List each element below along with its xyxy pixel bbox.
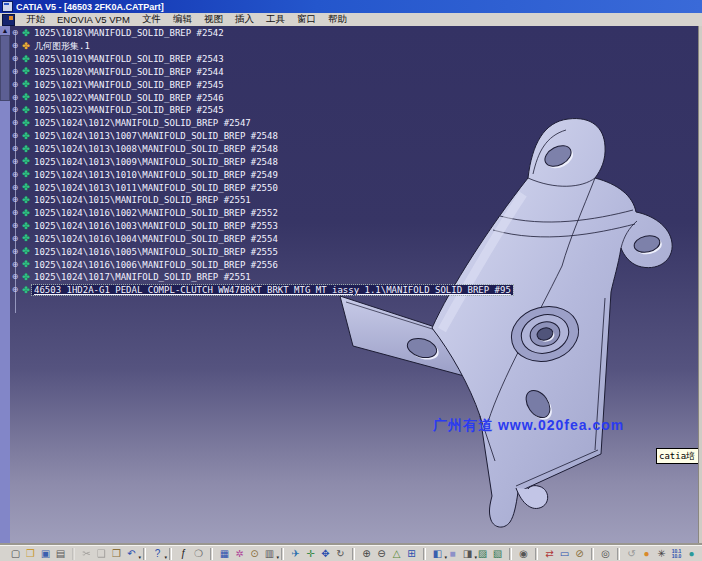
structure-icon[interactable]: ✲ <box>232 547 247 561</box>
apply-material-icon[interactable]: ▨ <box>475 547 490 561</box>
copy-icon[interactable]: ❑ <box>94 547 109 561</box>
tree-node-icon[interactable]: ⊕ <box>10 42 20 50</box>
menu-item[interactable]: 帮助 <box>322 13 353 26</box>
undo-icon[interactable]: ↶ <box>124 547 139 561</box>
menu-item[interactable]: 窗口 <box>291 13 322 26</box>
tree-item[interactable]: ⊕ ✤ 1025\1024\1015\MANIFOLD_SOLID_BREP #… <box>10 194 513 207</box>
menu-item[interactable]: ENOVIA V5 VPM <box>51 14 136 25</box>
fit-all-icon[interactable]: ✛ <box>303 547 318 561</box>
tree-node-icon[interactable]: ⊕ <box>10 222 20 230</box>
tree-node-icon[interactable]: ⊕ <box>10 94 20 102</box>
tool-icon: ▨ <box>478 547 487 561</box>
tree-node-icon[interactable]: ⊕ <box>10 158 20 166</box>
tree-node-icon[interactable]: ⊕ <box>10 132 20 140</box>
tree-item[interactable]: ⊕ ✤ 1025\1024\1013\1008\MANIFOLD_SOLID_B… <box>10 143 513 156</box>
camera-mode-icon[interactable]: ◉ <box>516 547 531 561</box>
tree-node-icon[interactable]: ⊕ <box>10 248 20 256</box>
cut-icon[interactable]: ✂ <box>79 547 94 561</box>
save-icon[interactable]: ▣ <box>38 547 53 561</box>
tree-node-icon[interactable]: ⊕ <box>10 55 20 63</box>
screen-icon[interactable]: ▭ <box>557 547 572 561</box>
tree-item[interactable]: ⊕ ✤ 几何图形集.1 <box>10 40 513 53</box>
normal-view-icon[interactable]: △ <box>389 547 404 561</box>
formula-icon[interactable]: ƒ <box>176 547 191 561</box>
paste-icon[interactable]: ❐ <box>109 547 124 561</box>
iso-view-icon[interactable]: ◧ <box>430 547 445 561</box>
tool-icon: ↶ <box>127 547 135 561</box>
zoom-out-icon[interactable]: ⊖ <box>374 547 389 561</box>
comment-icon[interactable]: ❍ <box>191 547 206 561</box>
tree-item[interactable]: ⊕ ✤ 1025\1019\MANIFOLD_SOLID_BREP #2543 <box>10 53 513 66</box>
scrollbar-thumb[interactable] <box>0 35 10 101</box>
globe-icon[interactable]: ● <box>639 547 654 561</box>
swap-visible-icon[interactable]: ⇄ <box>542 547 557 561</box>
tool-icon: ▢ <box>11 547 20 561</box>
pan-icon[interactable]: ✥ <box>318 547 333 561</box>
tree-node-icon[interactable]: ⊕ <box>10 119 20 127</box>
tree-item[interactable]: ⊕ ✤ 46503 1HD2A-G1 PEDAL COMPL-CLUTCH WW… <box>10 284 513 297</box>
tree-node-icon[interactable]: ⊕ <box>10 106 20 114</box>
render-style-icon[interactable]: ▧ <box>490 547 505 561</box>
tool-icon: ▣ <box>41 547 50 561</box>
refresh-icon[interactable]: ↺ <box>624 547 639 561</box>
menu-item[interactable]: 插入 <box>229 13 260 26</box>
tree-item[interactable]: ⊕ ✤ 1025\1018\MANIFOLD_SOLID_BREP #2542 <box>10 27 513 40</box>
tree-node-icon[interactable]: ⊕ <box>10 171 20 179</box>
print-icon[interactable]: ▤ <box>53 547 68 561</box>
tree-item[interactable]: ⊕ ✤ 1025\1024\1013\1011\MANIFOLD_SOLID_B… <box>10 181 513 194</box>
capture-icon[interactable]: ◎ <box>598 547 613 561</box>
tree-item[interactable]: ⊕ ✤ 1025\1024\1016\1003\MANIFOLD_SOLID_B… <box>10 220 513 233</box>
shaded-view-icon[interactable]: ■ <box>445 547 460 561</box>
menu-item[interactable]: 开始 <box>20 13 51 26</box>
fly-icon[interactable]: ✈ <box>288 547 303 561</box>
tree-item[interactable]: ⊕ ✤ 1025\1021\MANIFOLD_SOLID_BREP #2545 <box>10 78 513 91</box>
tree-item[interactable]: ⊕ ✤ 1025\1023\MANIFOLD_SOLID_BREP #2545 <box>10 104 513 117</box>
multi-view-icon[interactable]: ⊞ <box>404 547 419 561</box>
tree-item[interactable]: ⊕ ✤ 1025\1020\MANIFOLD_SOLID_BREP #2544 <box>10 66 513 79</box>
menu-item[interactable]: 文件 <box>136 13 167 26</box>
tree-node-icon[interactable]: ⊕ <box>10 273 20 281</box>
part-body-icon[interactable]: ● <box>684 547 699 561</box>
tree-item[interactable]: ⊕ ✤ 1025\1024\1017\MANIFOLD_SOLID_BREP #… <box>10 271 513 284</box>
tree-item[interactable]: ⊕ ✤ 1025\1022\MANIFOLD_SOLID_BREP #2546 <box>10 91 513 104</box>
tree-node-icon[interactable]: ⊕ <box>10 81 20 89</box>
tree-node-icon[interactable]: ⊕ <box>10 145 20 153</box>
scroll-up-icon[interactable]: ▲ <box>0 26 10 35</box>
new-file-icon[interactable]: ▢ <box>8 547 23 561</box>
layers-icon[interactable]: ▥ <box>262 547 277 561</box>
tree-node-icon[interactable]: ⊕ <box>10 68 20 76</box>
tool-icon: ▤ <box>56 547 65 561</box>
tree-item[interactable]: ⊕ ✤ 1025\1024\1016\1006\MANIFOLD_SOLID_B… <box>10 258 513 271</box>
tree-node-icon[interactable]: ⊕ <box>10 29 20 37</box>
rotate-icon[interactable]: ↻ <box>333 547 348 561</box>
tree-node-icon[interactable]: ⊕ <box>10 196 20 204</box>
title-bar[interactable]: CATIA V5 - [46503 2FK0A.CATPart] <box>0 0 702 13</box>
lock-icon[interactable]: ⊙ <box>247 547 262 561</box>
tree-scrollbar[interactable]: ▲ <box>0 26 10 545</box>
tree-node-icon[interactable]: ⊕ <box>10 184 20 192</box>
tree-item[interactable]: ⊕ ✤ 1025\1024\1016\1002\MANIFOLD_SOLID_B… <box>10 207 513 220</box>
tree-item[interactable]: ⊕ ✤ 1025\1024\1013\1009\MANIFOLD_SOLID_B… <box>10 155 513 168</box>
whats-this-icon[interactable]: ? <box>150 547 165 561</box>
tree-node-icon[interactable]: ⊕ <box>10 286 20 294</box>
table-icon[interactable]: ▦ <box>217 547 232 561</box>
tree-node-icon[interactable]: ⊕ <box>10 209 20 217</box>
tree-item[interactable]: ⊕ ✤ 1025\1024\1016\1005\MANIFOLD_SOLID_B… <box>10 245 513 258</box>
tree-item[interactable]: ⊕ ✤ 1025\1024\1012\MANIFOLD_SOLID_BREP #… <box>10 117 513 130</box>
wireframe-view-icon[interactable]: ◨ <box>460 547 475 561</box>
menu-item[interactable]: 编辑 <box>167 13 198 26</box>
tree-node-icon[interactable]: ⊕ <box>10 235 20 243</box>
zoom-in-icon[interactable]: ⊕ <box>359 547 374 561</box>
tree-node-icon[interactable]: ⊕ <box>10 261 20 269</box>
tree-item[interactable]: ⊕ ✤ 1025\1024\1013\1010\MANIFOLD_SOLID_B… <box>10 168 513 181</box>
menu-item[interactable]: 工具 <box>260 13 291 26</box>
lock-view-icon[interactable]: ⊘ <box>572 547 587 561</box>
open-folder-icon[interactable]: ❒ <box>23 547 38 561</box>
tree-item[interactable]: ⊕ ✤ 1025\1024\1013\1007\MANIFOLD_SOLID_B… <box>10 130 513 143</box>
tree-item[interactable]: ⊕ ✤ 1025\1024\1016\1004\MANIFOLD_SOLID_B… <box>10 233 513 246</box>
axis-icon[interactable]: ✳ <box>654 547 669 561</box>
grid-values[interactable]: 10.1 10.0 <box>669 547 684 561</box>
tool-icon: ⇄ <box>545 547 553 561</box>
menu-item[interactable]: 视图 <box>198 13 229 26</box>
viewport-3d[interactable]: 广州有道 www.020fea.com ⊕ ✤ 1025\1018\MANIFO… <box>0 26 699 545</box>
